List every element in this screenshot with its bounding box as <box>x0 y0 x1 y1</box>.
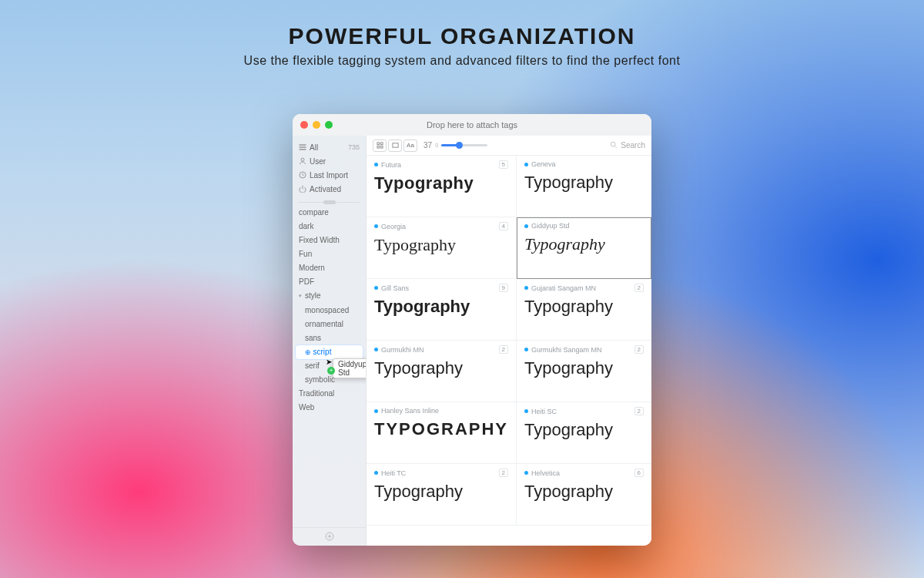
view-glyphs-label: Aa <box>407 142 414 149</box>
font-card[interactable]: Gurmukhi Sangam MN2Typography <box>517 341 651 402</box>
font-card[interactable]: Gujarati Sangam MN2Typography <box>517 279 651 341</box>
view-grid-button[interactable] <box>373 139 387 152</box>
tag-compare[interactable]: compare <box>293 206 366 220</box>
window-titlebar[interactable]: Drop here to attach tags <box>293 114 651 136</box>
plus-circle-icon <box>325 532 334 543</box>
font-card[interactable]: GenevaTypography <box>517 156 651 217</box>
svg-rect-7 <box>392 143 397 147</box>
font-style-count: 2 <box>499 469 508 477</box>
svg-rect-4 <box>380 143 383 145</box>
user-icon <box>299 157 306 165</box>
font-card[interactable]: Helvetica6Typography <box>517 464 651 526</box>
slider-thumb[interactable] <box>456 142 463 149</box>
font-sample: Typography <box>374 483 508 500</box>
status-dot-icon <box>524 348 528 351</box>
font-sample: Typography <box>374 298 508 315</box>
font-name: Hanley Sans Inline <box>381 407 439 415</box>
font-style-count: 2 <box>634 345 644 354</box>
status-dot-icon <box>374 471 378 475</box>
status-dot-icon <box>374 224 378 228</box>
tag-fun[interactable]: Fun <box>293 247 366 261</box>
font-sample: Typography <box>524 360 644 377</box>
font-name: Heiti TC <box>381 469 406 477</box>
search-icon <box>610 141 618 150</box>
font-name: Gurmukhi MN <box>381 346 424 354</box>
tag-traditional[interactable]: Traditional <box>293 387 366 401</box>
font-card[interactable]: Heiti TC2Typography <box>367 464 517 526</box>
svg-rect-6 <box>380 146 383 148</box>
app-window: Drop here to attach tags All 735 <box>293 114 651 546</box>
sidebar-activated-label: Activated <box>310 185 341 193</box>
font-style-count: 2 <box>634 407 644 415</box>
font-grid[interactable]: Futura5TypographyGenevaTypographyGeorgia… <box>367 156 651 546</box>
tag-script[interactable]: script <box>296 345 363 359</box>
tag-sans[interactable]: sans <box>293 331 366 345</box>
hero-subtitle: Use the flexible tagging system and adva… <box>0 54 924 68</box>
status-dot-icon <box>374 348 378 351</box>
font-card[interactable]: Georgia4Typography <box>367 217 517 279</box>
font-name: Gujarati Sangam MN <box>531 284 596 292</box>
tag-dark[interactable]: dark <box>293 220 366 234</box>
sidebar-activated[interactable]: Activated <box>299 182 360 196</box>
svg-rect-5 <box>377 146 379 148</box>
clock-icon <box>299 171 306 179</box>
sidebar-all-label: All <box>310 143 318 152</box>
font-card[interactable]: Gurmukhi MN2Typography <box>367 341 517 402</box>
tag-fixed-width[interactable]: Fixed Width <box>293 234 366 247</box>
font-sample: Typography <box>524 174 644 191</box>
font-card[interactable]: Giddyup StdTypography <box>517 217 651 279</box>
status-dot-icon <box>524 471 528 475</box>
font-sample: Typography <box>524 483 644 500</box>
sidebar-user[interactable]: User <box>299 154 360 168</box>
font-style-count: 4 <box>499 222 508 230</box>
sidebar-add-tag[interactable] <box>293 527 366 546</box>
font-name: Geneva <box>531 160 556 168</box>
tag-modern[interactable]: Modern <box>293 261 366 275</box>
font-style-count: 2 <box>499 345 508 354</box>
status-dot-icon <box>374 286 378 290</box>
hero-title: POWERFUL ORGANIZATION <box>0 23 924 49</box>
status-dot-icon <box>374 409 378 413</box>
font-sample: Typography <box>524 236 644 253</box>
window-title: Drop here to attach tags <box>293 120 651 129</box>
tag-ornamental[interactable]: ornamental <box>293 318 366 331</box>
font-name: Georgia <box>381 223 406 230</box>
font-name: Heiti SC <box>531 408 557 415</box>
sidebar-all[interactable]: All 735 <box>299 140 360 154</box>
tag-pdf[interactable]: PDF <box>293 275 366 289</box>
status-dot-icon <box>524 163 528 166</box>
toolbar: Aa 37 0 <box>367 136 651 156</box>
tag-style[interactable]: style <box>293 289 366 304</box>
font-sample: Typography <box>374 237 508 254</box>
tag-symbolic[interactable]: symbolic <box>293 373 366 387</box>
font-card[interactable]: Gill Sans9Typography <box>367 279 517 341</box>
font-sample: Typography <box>374 360 508 377</box>
view-single-button[interactable] <box>388 139 402 152</box>
font-name: Gurmukhi Sangam MN <box>531 346 602 354</box>
font-style-count: 5 <box>499 160 508 169</box>
size-value: 37 <box>424 141 432 150</box>
font-name: Helvetica <box>531 469 560 477</box>
font-card[interactable]: Heiti SC2Typography <box>517 402 651 464</box>
svg-point-8 <box>611 142 616 146</box>
sidebar-divider[interactable] <box>299 202 360 203</box>
sidebar-last-import-label: Last Import <box>310 171 348 180</box>
size-slider[interactable] <box>441 144 487 146</box>
font-sample: Typography <box>374 421 508 438</box>
font-card[interactable]: Futura5Typography <box>367 156 517 217</box>
status-dot-icon <box>374 163 378 166</box>
search-field[interactable]: Search <box>610 141 645 150</box>
tag-monospaced[interactable]: monospaced <box>293 304 366 318</box>
tag-serif[interactable]: serif <box>293 359 366 373</box>
sidebar-last-import[interactable]: Last Import <box>299 168 360 182</box>
main-panel: Aa 37 0 <box>367 136 651 546</box>
power-icon <box>299 185 306 193</box>
svg-point-0 <box>301 158 304 161</box>
list-icon <box>299 143 306 151</box>
tag-web[interactable]: Web <box>293 401 366 415</box>
font-name: Futura <box>381 161 401 169</box>
view-glyphs-button[interactable]: Aa <box>403 139 417 152</box>
status-dot-icon <box>524 224 528 228</box>
font-card[interactable]: Hanley Sans InlineTypography <box>367 402 517 464</box>
sidebar-all-count: 735 <box>348 143 360 151</box>
